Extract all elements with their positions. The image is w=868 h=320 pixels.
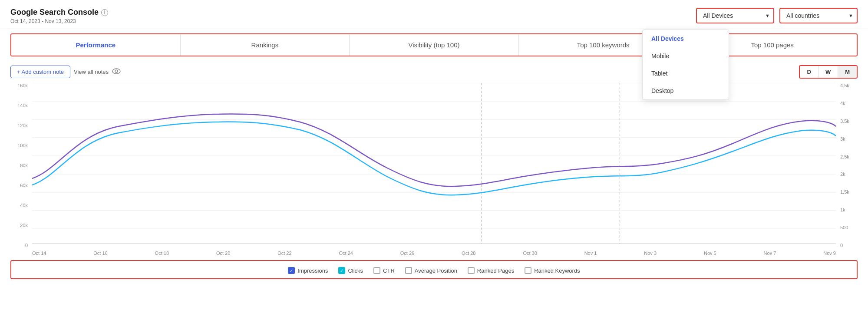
svg-point-1 [115,70,118,73]
legend-clicks[interactable]: Clicks [338,267,363,274]
chart-wrapper: 160k 140k 120k 100k 80k 60k 40k 20k 0 4.… [10,83,858,248]
y-axis-right: 4.5k 4k 3.5k 3k 2.5k 2k 1.5k 1k 500 0 [840,83,858,248]
impressions-label: Impressions [297,267,328,274]
tabs-bar: Performance Rankings Visibility (top 100… [10,33,858,56]
y-axis-left: 160k 140k 120k 100k 80k 60k 40k 20k 0 [10,83,28,248]
legend-impressions[interactable]: Impressions [288,267,328,274]
device-option-tablet[interactable]: Tablet [643,65,729,82]
tab-performance[interactable]: Performance [11,34,181,56]
chart-area: 160k 140k 120k 100k 80k 60k 40k 20k 0 4.… [0,83,868,256]
add-custom-note-button[interactable]: + Add custom note [10,66,70,78]
ranked-pages-checkbox[interactable] [468,267,475,274]
toolbar: + Add custom note View all notes D W M [0,61,868,83]
legend: Impressions Clicks CTR Average Position … [10,260,858,279]
svg-point-0 [112,69,120,74]
device-dropdown[interactable]: All Devices Mobile Tablet Desktop [696,8,774,23]
chart-svg-container: G G [32,83,836,248]
impressions-checkbox[interactable] [288,267,295,274]
tab-visibility[interactable]: Visibility (top 100) [350,34,519,56]
legend-ctr[interactable]: CTR [373,267,395,274]
time-btn-d[interactable]: D [800,66,818,78]
ctr-label: CTR [383,267,395,274]
time-period-buttons: D W M [799,65,858,79]
toolbar-right: D W M [799,65,858,79]
ranked-keywords-checkbox[interactable] [525,267,531,274]
tab-rankings[interactable]: Rankings [181,34,350,56]
avg-position-checkbox[interactable] [405,267,412,274]
view-all-notes-button[interactable]: View all notes [74,69,109,75]
header-right: All Devices Mobile Tablet Desktop ▼ All … [696,8,858,23]
ranked-pages-label: Ranked Pages [477,267,514,274]
clicks-checkbox[interactable] [338,267,345,274]
header-left: Google Search Console i Oct 14, 2023 - N… [10,8,108,24]
legend-ranked-pages[interactable]: Ranked Pages [468,267,514,274]
avg-position-label: Average Position [415,267,457,274]
header: Google Search Console i Oct 14, 2023 - N… [0,0,868,29]
x-axis: Oct 14 Oct 16 Oct 18 Oct 20 Oct 22 Oct 2… [10,248,858,256]
device-option-desktop[interactable]: Desktop [643,82,729,99]
country-dropdown[interactable]: All countries [779,8,858,23]
eye-icon[interactable] [112,68,121,76]
device-dropdown-wrapper: All Devices Mobile Tablet Desktop ▼ [696,8,774,23]
app-title: Google Search Console i [10,8,108,17]
chart-svg: G G [32,83,836,248]
toolbar-left: + Add custom note View all notes [10,66,121,78]
clicks-label: Clicks [348,267,363,274]
legend-avg-position[interactable]: Average Position [405,267,457,274]
time-btn-w[interactable]: W [818,66,838,78]
legend-ranked-keywords[interactable]: Ranked Keywords [525,267,580,274]
device-option-all[interactable]: All Devices [643,30,729,47]
device-option-mobile[interactable]: Mobile [643,47,729,65]
svg-text:G: G [617,247,622,248]
info-icon[interactable]: i [101,9,108,16]
country-dropdown-wrapper: All countries ▼ [779,8,858,23]
svg-text:G: G [479,247,484,248]
time-btn-m[interactable]: M [838,66,857,78]
main-container: Google Search Console i Oct 14, 2023 - N… [0,0,868,320]
ranked-keywords-label: Ranked Keywords [534,267,580,274]
ctr-checkbox[interactable] [373,267,380,274]
device-dropdown-overlay: All Devices Mobile Tablet Desktop [642,30,729,100]
date-range: Oct 14, 2023 - Nov 13, 2023 [10,18,108,24]
app-title-text: Google Search Console [10,8,99,17]
